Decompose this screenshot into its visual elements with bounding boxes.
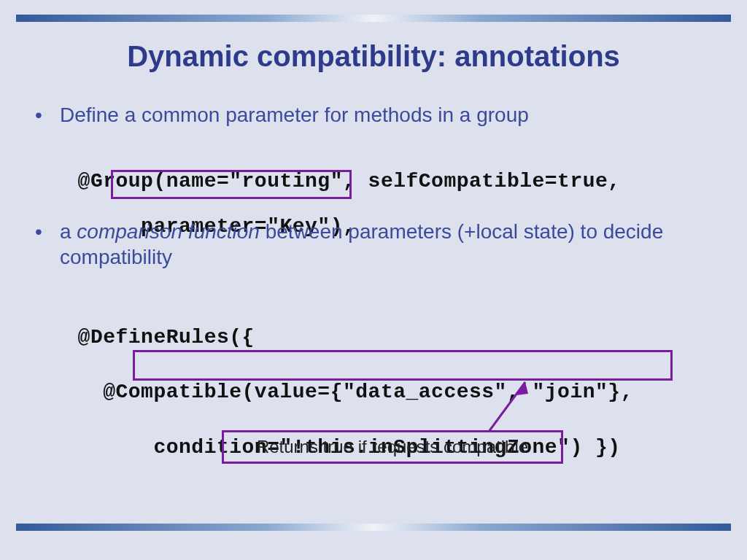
bullet-1: • Define a common parameter for methods … — [35, 102, 712, 128]
callout-box: Returns true if requests compatible — [222, 430, 563, 464]
top-divider — [16, 15, 731, 22]
code-2-line-1: @DefineRules({ — [78, 326, 255, 349]
highlight-condition — [133, 350, 673, 381]
bottom-divider — [16, 524, 731, 531]
bullet-marker: • — [35, 219, 60, 270]
bullet-2: • a comparison function between paramete… — [35, 219, 712, 270]
callout-text: Returns true if requests compatible — [257, 437, 528, 457]
bullet-marker: • — [35, 102, 60, 128]
bullet-1-text: Define a common parameter for methods in… — [60, 102, 529, 128]
bullet-2-text: a comparison function between parameters… — [60, 219, 712, 270]
code-2-line-2a: @Compatible — [78, 381, 242, 403]
slide-title: Dynamic compatibility: annotations — [0, 40, 747, 73]
code-2-line-2b: (value={"data_access", "join"}, — [242, 381, 633, 403]
highlight-parameter-key — [111, 170, 352, 199]
